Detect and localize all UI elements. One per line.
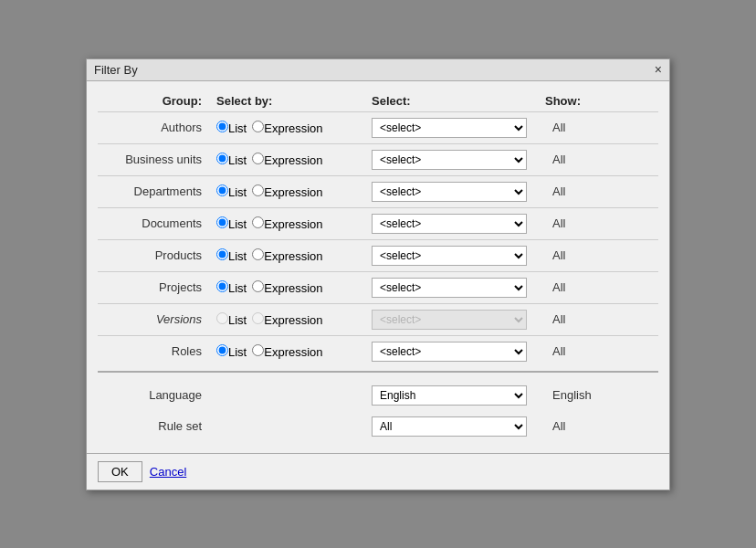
list-radio-label[interactable]: List xyxy=(216,121,247,135)
show-value: All xyxy=(545,184,618,198)
expression-radio[interactable] xyxy=(252,344,264,356)
expression-radio-label[interactable]: Expression xyxy=(252,312,322,327)
expression-radio[interactable] xyxy=(252,121,264,132)
group-label: Business units xyxy=(98,153,216,166)
list-radio-label[interactable]: List xyxy=(216,344,247,359)
ruleset-row: Rule set All All xyxy=(98,411,658,442)
group-label: Departments xyxy=(98,184,216,198)
select-by-col: ListExpression xyxy=(216,153,372,167)
select-col[interactable]: <select> xyxy=(372,310,545,330)
list-radio[interactable] xyxy=(216,216,228,228)
expression-radio[interactable] xyxy=(252,312,264,324)
group-label: Projects xyxy=(98,280,216,294)
list-radio-label[interactable]: List xyxy=(216,184,247,199)
group-label: Roles xyxy=(98,344,216,358)
select-by-col: ListExpression xyxy=(216,184,372,199)
show-value: All xyxy=(545,312,618,326)
table-row: AuthorsListExpression<select>All xyxy=(98,111,658,143)
expression-radio-label[interactable]: Expression xyxy=(252,153,322,167)
select-col[interactable]: <select> xyxy=(372,150,545,170)
list-radio-label[interactable]: List xyxy=(216,153,247,167)
list-radio[interactable] xyxy=(216,121,228,132)
group-label: Authors xyxy=(98,121,216,134)
show-value: All xyxy=(545,248,618,262)
expression-radio[interactable] xyxy=(252,184,264,196)
filter-by-dialog: Filter By × Group: Select by: Select: Sh… xyxy=(86,58,670,490)
table-row: ProductsListExpression<select>All xyxy=(98,239,658,271)
dialog-footer: OK Cancel xyxy=(87,453,669,490)
expression-radio[interactable] xyxy=(252,216,264,228)
select-by-col: ListExpression xyxy=(216,121,372,135)
list-radio[interactable] xyxy=(216,184,228,196)
close-button[interactable]: × xyxy=(655,63,662,76)
show-header: Show: xyxy=(545,94,618,108)
group-select: <select> xyxy=(372,310,527,330)
group-label: Documents xyxy=(98,216,216,230)
select-col[interactable]: <select> xyxy=(372,246,545,266)
group-select[interactable]: <select> xyxy=(372,342,527,362)
table-row: ProjectsListExpression<select>All xyxy=(98,271,658,303)
expression-radio-label[interactable]: Expression xyxy=(252,344,322,359)
group-label: Products xyxy=(98,248,216,262)
column-headers: Group: Select by: Select: Show: xyxy=(98,89,658,111)
dialog-title: Filter By xyxy=(94,63,138,77)
table-row: VersionsListExpression<select>All xyxy=(98,303,658,335)
group-label: Versions xyxy=(98,312,216,326)
group-select[interactable]: <select> xyxy=(372,182,527,202)
table-row: DocumentsListExpression<select>All xyxy=(98,207,658,239)
list-radio[interactable] xyxy=(216,280,228,292)
show-value: All xyxy=(545,216,618,230)
ruleset-label: Rule set xyxy=(98,419,216,433)
list-radio[interactable] xyxy=(216,344,228,356)
list-radio-label[interactable]: List xyxy=(216,312,247,327)
select-col[interactable]: <select> xyxy=(372,342,545,362)
select-by-col: ListExpression xyxy=(216,312,372,327)
select-col[interactable]: <select> xyxy=(372,278,545,298)
ok-button[interactable]: OK xyxy=(98,461,142,482)
expression-radio-label[interactable]: Expression xyxy=(252,216,322,231)
show-value: All xyxy=(545,280,618,294)
ruleset-select[interactable]: All xyxy=(372,416,527,437)
language-row: Language English English xyxy=(98,380,658,411)
language-label: Language xyxy=(98,388,216,402)
cancel-button[interactable]: Cancel xyxy=(150,465,186,479)
expression-radio-label[interactable]: Expression xyxy=(252,184,322,199)
group-select[interactable]: <select> xyxy=(372,118,527,138)
select-by-col: ListExpression xyxy=(216,248,372,263)
select-col[interactable]: <select> xyxy=(372,118,545,138)
title-bar: Filter By × xyxy=(87,59,669,81)
select-col[interactable]: <select> xyxy=(372,182,545,202)
language-select-col[interactable]: English xyxy=(372,385,545,406)
select-col[interactable]: <select> xyxy=(372,214,545,234)
group-select[interactable]: <select> xyxy=(372,150,527,170)
language-section: Language English English Rule set All Al xyxy=(98,376,658,446)
group-header: Group: xyxy=(98,94,216,108)
expression-radio[interactable] xyxy=(252,280,264,292)
ruleset-show: All xyxy=(545,419,618,433)
expression-radio[interactable] xyxy=(252,153,264,164)
list-radio[interactable] xyxy=(216,248,228,260)
language-select[interactable]: English xyxy=(372,385,527,406)
select-by-col: ListExpression xyxy=(216,344,372,359)
table-row: Business unitsListExpression<select>All xyxy=(98,143,658,175)
dialog-content: Group: Select by: Select: Show: AuthorsL… xyxy=(87,81,669,453)
expression-radio[interactable] xyxy=(252,248,264,260)
ruleset-select-col[interactable]: All xyxy=(372,416,545,437)
group-select[interactable]: <select> xyxy=(372,214,527,234)
expression-radio-label[interactable]: Expression xyxy=(252,121,322,135)
list-radio-label[interactable]: List xyxy=(216,248,247,263)
list-radio-label[interactable]: List xyxy=(216,216,247,231)
language-show: English xyxy=(545,388,618,402)
list-radio-label[interactable]: List xyxy=(216,280,247,295)
select-by-header: Select by: xyxy=(216,94,372,108)
show-value: All xyxy=(545,121,618,134)
list-radio[interactable] xyxy=(216,153,228,164)
table-row: DepartmentsListExpression<select>All xyxy=(98,175,658,207)
expression-radio-label[interactable]: Expression xyxy=(252,248,322,263)
group-select[interactable]: <select> xyxy=(372,278,527,298)
expression-radio-label[interactable]: Expression xyxy=(252,280,322,295)
list-radio[interactable] xyxy=(216,312,228,324)
table-row: RolesListExpression<select>All xyxy=(98,335,658,367)
group-select[interactable]: <select> xyxy=(372,246,527,266)
select-by-col: ListExpression xyxy=(216,216,372,231)
